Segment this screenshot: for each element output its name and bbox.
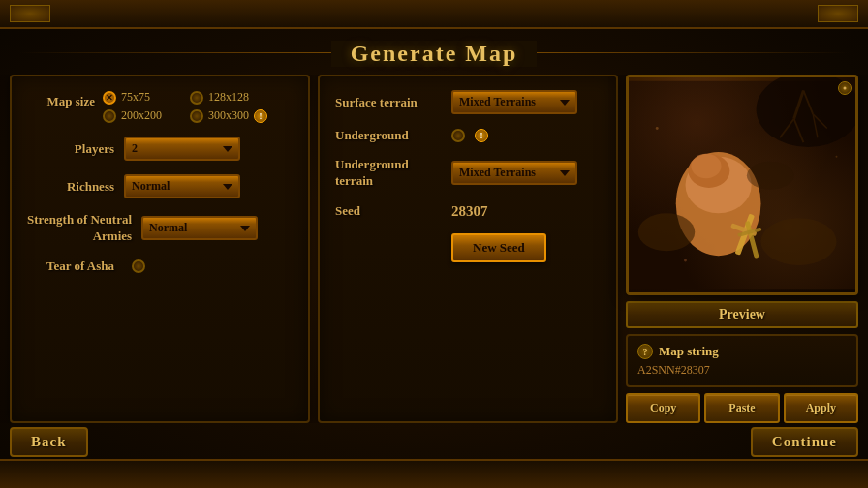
back-button[interactable]: Back (10, 427, 88, 457)
tear-toggle[interactable] (132, 259, 145, 273)
map-string-value: A2SNN#28307 (637, 363, 847, 378)
seed-label: Seed (335, 203, 442, 219)
page-title: Generate Map (331, 41, 538, 67)
underground-label: Underground (335, 128, 442, 143)
surface-terrain-value: Mixed Terrains (459, 95, 536, 109)
paste-button[interactable]: Paste (704, 393, 779, 423)
size-option-200x200[interactable]: 200x200 (103, 108, 180, 123)
underground-terrain-value: Mixed Terrains (459, 166, 536, 180)
strength-dropdown[interactable]: Normal (141, 216, 258, 240)
preview-button[interactable]: Preview (626, 301, 858, 328)
preview-settings-icon[interactable] (838, 81, 852, 95)
strength-value: Normal (149, 221, 187, 235)
underground-terrain-arrow (560, 170, 570, 176)
map-art-svg (629, 77, 855, 292)
underground-warning-icon: ! (475, 129, 488, 142)
strength-dropdown-arrow (240, 226, 250, 231)
radio-300x300 (190, 109, 203, 123)
map-info-title: ? Map string (637, 344, 847, 359)
warning-icon: ! (254, 109, 267, 123)
surface-terrain-dropdown[interactable]: Mixed Terrains (451, 90, 577, 114)
svg-point-12 (691, 154, 721, 178)
underground-terrain-label: Undergroundterrain (335, 157, 442, 190)
svg-point-18 (761, 218, 837, 265)
map-size-label: Map size (47, 94, 95, 108)
right-panel: Preview ? Map string A2SNN#28307 Copy Pa… (626, 75, 858, 423)
svg-point-17 (638, 213, 696, 251)
strength-label: Strength of NeutralArmies (27, 212, 132, 245)
new-seed-row: New Seed (335, 233, 601, 262)
players-label: Players (27, 141, 114, 157)
seed-value: 28307 (451, 203, 488, 220)
underground-row: Underground ! (335, 128, 601, 143)
map-info-box: ? Map string A2SNN#28307 (626, 334, 858, 387)
richness-row: Richness Normal (27, 174, 293, 198)
left-panel: Map size ✕ 75x75 128x128 (10, 75, 310, 423)
size-option-300x300[interactable]: 300x300 ! (190, 108, 267, 123)
map-size-section: Map size ✕ 75x75 128x128 (27, 90, 293, 123)
surface-terrain-label: Surface terrain (335, 95, 442, 110)
new-seed-button[interactable]: New Seed (451, 233, 546, 262)
richness-dropdown-arrow (223, 184, 232, 190)
seed-row: Seed 28307 (335, 203, 601, 220)
panels-row: Map size ✕ 75x75 128x128 (0, 75, 868, 423)
map-string-label: Map string (659, 344, 719, 359)
tear-label: Tear of Asha (27, 259, 114, 274)
players-dropdown[interactable]: 2 (124, 137, 240, 161)
richness-label: Richness (27, 179, 114, 195)
map-preview-image (629, 77, 855, 292)
players-row: Players 2 (27, 137, 293, 161)
underground-toggle[interactable] (451, 129, 465, 142)
svg-point-22 (684, 259, 687, 262)
radio-200x200 (103, 109, 116, 123)
copy-paste-apply-row: Copy Paste Apply (626, 393, 858, 423)
size-options-grid: ✕ 75x75 128x128 200x200 (103, 90, 267, 123)
players-dropdown-arrow (223, 146, 232, 152)
size-200x200-label: 200x200 (121, 108, 162, 123)
strength-row: Strength of NeutralArmies Normal (27, 212, 293, 245)
map-preview-frame (626, 75, 858, 295)
top-border (0, 0, 868, 29)
selected-x-icon: ✕ (103, 91, 116, 105)
svg-point-23 (844, 87, 847, 90)
richness-value: Normal (132, 179, 170, 194)
middle-panel: Surface terrain Mixed Terrains Undergrou… (318, 75, 618, 423)
underground-terrain-dropdown[interactable]: Mixed Terrains (451, 161, 577, 185)
svg-point-21 (836, 156, 838, 158)
copy-button[interactable]: Copy (626, 393, 700, 423)
bottom-border (0, 459, 868, 488)
size-128x128-label: 128x128 (208, 90, 249, 105)
main-content: Generate Map Map size ✕ 75x75 (0, 29, 868, 459)
size-300x300-label: 300x300 (208, 108, 249, 123)
players-value: 2 (132, 141, 138, 156)
richness-dropdown[interactable]: Normal (124, 174, 240, 198)
size-option-128x128[interactable]: 128x128 (190, 90, 267, 105)
size-option-75x75[interactable]: ✕ 75x75 (103, 90, 180, 105)
svg-point-20 (656, 127, 659, 130)
nav-bar: Back Continue (0, 423, 868, 459)
radio-128x128 (190, 91, 203, 105)
tear-of-asha-row: Tear of Asha (27, 259, 293, 274)
continue-button[interactable]: Continue (751, 427, 858, 457)
underground-terrain-row: Undergroundterrain Mixed Terrains (335, 157, 601, 190)
size-75x75-label: 75x75 (121, 90, 150, 105)
surface-terrain-row: Surface terrain Mixed Terrains (335, 90, 601, 114)
apply-button[interactable]: Apply (784, 393, 858, 423)
svg-point-19 (747, 162, 794, 190)
surface-terrain-arrow (560, 100, 570, 106)
title-bar: Generate Map (0, 29, 868, 75)
map-string-question-icon: ? (637, 344, 653, 359)
